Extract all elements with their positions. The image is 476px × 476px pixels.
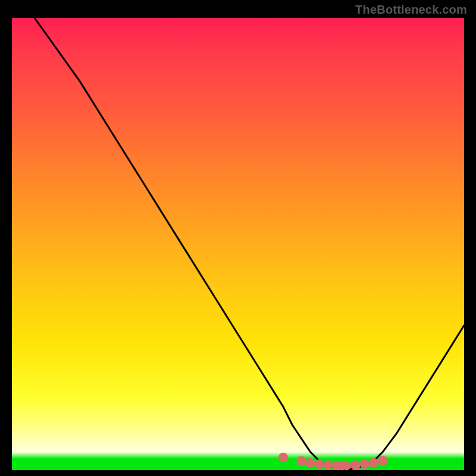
optimal-marker [351,461,361,470]
optimal-marker [342,461,351,470]
bottleneck-curve [35,18,464,470]
optimal-marker [306,458,315,468]
optimal-marker [360,459,369,469]
optimal-marker [278,453,288,462]
optimal-marker [369,458,378,468]
curve-layer [35,18,464,470]
watermark-label: TheBottleneck.com [355,3,467,17]
optimal-marker [315,459,324,469]
optimal-marker [296,456,306,466]
optimal-marker [324,461,333,470]
chart-frame: TheBottleneck.com [0,0,476,476]
chart-overlay [12,18,464,470]
marker-layer [278,453,387,471]
plot-area [12,18,464,470]
optimal-marker [378,456,387,465]
